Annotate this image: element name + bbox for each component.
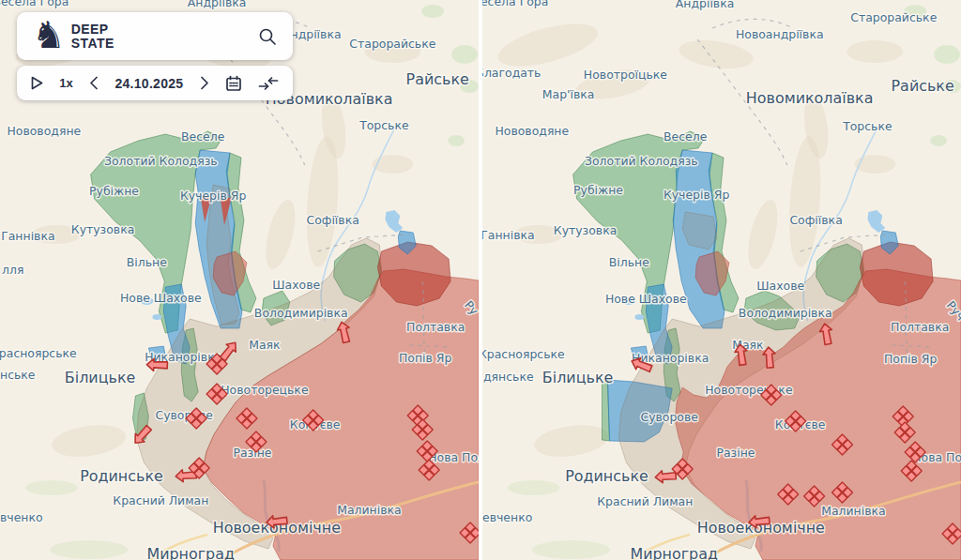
place-label: Попів Яр: [884, 352, 937, 366]
place-label: нське: [0, 368, 35, 382]
place-label: Суворове: [640, 410, 698, 424]
forest-patch: [448, 135, 465, 146]
place-label: Красний Лиман: [113, 493, 208, 507]
forest-patch: [930, 135, 947, 146]
place-label: Попів Яр: [399, 351, 451, 365]
brand-wordmark: DEEP STATE: [71, 23, 114, 50]
map-panel-right: Весела ГораАндріївкаСтарорайськеНовоандр…: [482, 0, 961, 560]
play-button[interactable]: [31, 76, 43, 90]
place-label: Ганнівка: [1, 229, 54, 243]
timeline-controls: 1x 24.10.2025: [17, 66, 293, 100]
place-label: Кучерів Яр: [180, 189, 246, 203]
place-label: Мирноград: [630, 545, 718, 560]
place-label: Веселе: [181, 129, 224, 144]
forest-patch: [451, 45, 478, 64]
place-label: Новоандріївка: [736, 27, 824, 41]
deepstate-map-compare: Весела ГораАндріївкаНовоандріївкаСтарора…: [0, 0, 961, 560]
place-label: Золотий Колодязь: [585, 154, 698, 168]
place-label: Андріївка: [676, 0, 735, 10]
place-label: Нововодяне: [7, 124, 81, 138]
place-label: Красний Лиман: [597, 494, 693, 508]
place-label: Малинівка: [337, 503, 401, 517]
place-label: Володимирівка: [739, 306, 832, 320]
place-label: Мирноград: [146, 545, 235, 560]
place-label: Малинівка: [821, 504, 885, 518]
place-label: Райське: [406, 70, 469, 88]
map-after[interactable]: Весела ГораАндріївкаСтарорайськеНовоандр…: [482, 0, 961, 560]
terrain-hill: [372, 155, 413, 174]
brand-line-top: DEEP: [71, 23, 114, 37]
compare-arrows-icon: [258, 76, 279, 91]
place-label: Новоторецьке: [221, 383, 308, 397]
place-label: Красноярське: [482, 347, 565, 361]
place-label: Старорайське: [349, 37, 435, 51]
place-label: Вільне: [609, 255, 649, 269]
playback-speed[interactable]: 1x: [59, 76, 73, 90]
place-label: Родинське: [80, 467, 163, 485]
place-label: Старорайське: [850, 10, 937, 24]
play-icon: [31, 76, 43, 90]
place-label: Новомиколаївка: [746, 89, 874, 107]
place-label: Торське: [842, 119, 892, 133]
place-label: Нове Шахове: [120, 291, 202, 305]
place-label: Новотроїцьке: [584, 68, 667, 82]
place-label: Рубіжне: [573, 183, 623, 197]
next-day-button[interactable]: [200, 76, 209, 90]
place-label: Рубіжне: [89, 184, 139, 198]
brand-line-bottom: STATE: [71, 37, 114, 51]
field-patch: [532, 540, 611, 559]
place-label: Нове Шахове: [605, 292, 687, 306]
calendar-button[interactable]: [225, 75, 242, 92]
forest-patch: [934, 45, 960, 64]
field-patch: [50, 540, 129, 559]
place-label: евченко: [482, 510, 532, 524]
prev-day-button[interactable]: [89, 76, 99, 90]
terrain-hill: [854, 155, 895, 174]
calendar-icon: [225, 75, 242, 92]
place-label: Мар'ївка: [542, 87, 595, 101]
search-button[interactable]: [257, 26, 278, 47]
place-label: Білицьке: [542, 369, 614, 386]
place-label: Веселе: [664, 129, 707, 144]
place-label: Софіївка: [789, 213, 842, 227]
place-label: Красноярське: [0, 346, 77, 360]
place-label: Полтавка: [406, 320, 465, 334]
field-patch: [508, 480, 560, 495]
chevron-right-icon: [200, 76, 209, 90]
place-label: Білицьке: [65, 369, 136, 386]
place-label: лля: [2, 263, 23, 277]
map-panel-left: Весела ГораАндріївкаНовоандріївкаСтарора…: [0, 0, 479, 560]
place-label: Шахове: [756, 279, 804, 293]
place-label: Кучерів Яр: [664, 188, 729, 202]
place-label: Райське: [892, 77, 954, 95]
place-label: Весела Гора: [482, 0, 548, 8]
place-label: Торське: [358, 118, 408, 132]
place-label: Софіївка: [306, 213, 358, 227]
search-panel: ♞ DEEP STATE: [17, 12, 293, 60]
place-label: Маяк: [249, 338, 281, 352]
place-label: Благодать: [482, 66, 541, 80]
place-label: Ганнівка: [482, 228, 535, 242]
place-label: Андріївка: [188, 0, 247, 9]
search-icon: [257, 26, 278, 47]
terrain-hill: [847, 40, 903, 63]
place-label: Шахове: [272, 278, 320, 292]
date-display[interactable]: 24.10.2025: [114, 76, 183, 91]
forest-patch: [421, 5, 444, 18]
place-label: Кутузовка: [554, 223, 618, 237]
chevron-left-icon: [89, 76, 99, 90]
place-label: Нововодяне: [495, 124, 569, 138]
place-label: Полтавка: [891, 320, 949, 334]
place-label: Родинське: [565, 467, 648, 485]
place-label: Володимирівка: [254, 306, 348, 320]
place-label: Кутузовка: [71, 222, 135, 236]
field-patch: [25, 480, 78, 495]
place-label: вченко: [0, 510, 43, 524]
place-label: Золотий Колодязь: [104, 154, 218, 168]
place-label: дянське: [483, 370, 534, 384]
pond: [634, 314, 644, 320]
compare-mode-button[interactable]: [258, 76, 279, 91]
place-label: Весела Гора: [0, 0, 69, 8]
place-label: Разіне: [716, 446, 755, 460]
pond: [152, 314, 161, 320]
